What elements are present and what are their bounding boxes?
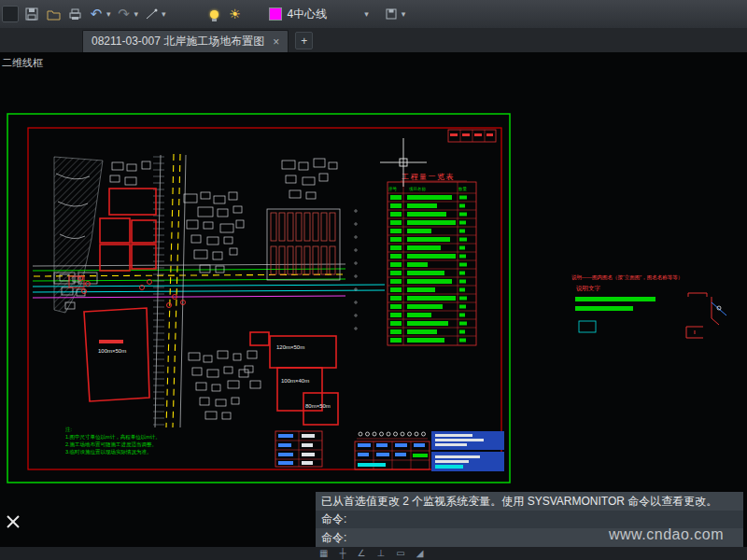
app-menu-icon[interactable] bbox=[2, 6, 19, 22]
yard3-label: 100m×40m bbox=[281, 378, 309, 384]
lightbulb-icon[interactable] bbox=[210, 10, 218, 19]
quantity-table: 工程量一览表 序号 项目名称 数量 bbox=[388, 173, 476, 345]
osnap-icon[interactable]: ▭ bbox=[396, 547, 404, 560]
legend-table bbox=[275, 431, 322, 467]
note-0: 注: bbox=[65, 427, 73, 432]
qty-rows bbox=[388, 193, 476, 343]
side-legend: 说明——图内图名（按“立面图”，图名名称等等） 说明文字 bbox=[571, 274, 726, 338]
undo-dropdown-icon[interactable]: ▾ bbox=[106, 9, 111, 19]
command-history-message: 已从首选值更改 2 个监视系统变量。使用 SYSVARMONITOR 命令以查看… bbox=[316, 492, 743, 511]
qty-header-name: 项目名称 bbox=[409, 187, 427, 191]
quantity-table-title: 工程量一览表 bbox=[402, 173, 455, 181]
drawing-tab[interactable]: 08211-03-007 北岸施工场地布置图 × bbox=[82, 30, 289, 52]
plot-printer-icon[interactable] bbox=[66, 6, 83, 22]
general-notes: 注: 1.图中尺寸单位以m计，高程单位以m计。 2.施工场地布置可随施工进度适当… bbox=[65, 427, 161, 455]
model-space-canvas[interactable]: 二维线框 bbox=[0, 52, 747, 547]
snap-icon[interactable]: ┼ bbox=[339, 547, 345, 560]
layer-color-swatch bbox=[269, 7, 282, 21]
side-note-line1: 说明——图内图名（按“立面图”，图名名称等等） bbox=[571, 274, 683, 281]
status-bar: ▦ ┼ ∠ ⊥ ▭ ◢ bbox=[0, 547, 747, 560]
layer-name: 4中心线 bbox=[288, 7, 328, 22]
save-icon[interactable] bbox=[23, 6, 40, 22]
layer-dropdown-icon[interactable]: ▾ bbox=[364, 9, 369, 19]
grid-icon[interactable]: ▦ bbox=[319, 547, 328, 560]
viewport-control-label[interactable]: 二维线框 bbox=[2, 56, 43, 70]
yard4-label: 80m×50m bbox=[305, 403, 331, 409]
layer-dropdown[interactable]: 4中心线 ▾ bbox=[265, 5, 373, 24]
open-folder-icon[interactable] bbox=[45, 6, 62, 22]
sun-brightness-icon[interactable]: ☀ bbox=[227, 6, 244, 22]
note-1: 1.图中尺寸单位以m计，高程单位以m计。 bbox=[65, 434, 161, 441]
line-tool-icon[interactable] bbox=[143, 6, 160, 22]
signature-dots bbox=[359, 432, 426, 436]
close-x-icon[interactable] bbox=[7, 516, 19, 527]
autocad-window: ↶ ▾ ↷ ▾ ▾ ☀ 4中心线 ▾ ▾ 08211-03-007 北岸施工场地… bbox=[0, 0, 747, 560]
survey-dots bbox=[355, 210, 357, 329]
file-tab-bar: 08211-03-007 北岸施工场地布置图 × + bbox=[0, 28, 747, 52]
drawing-tab-title: 08211-03-007 北岸施工场地布置图 bbox=[92, 34, 264, 49]
redo-icon[interactable]: ↷ bbox=[116, 6, 133, 22]
side-note-line2: 说明文字 bbox=[576, 285, 601, 292]
yard2-label: 120m×50m bbox=[276, 344, 304, 350]
line-tool-dropdown-icon[interactable]: ▾ bbox=[162, 9, 166, 19]
note-3: 3.临时设施位置以现场实际情况为准。 bbox=[65, 449, 152, 455]
save-small-dropdown-icon[interactable]: ▾ bbox=[402, 9, 406, 19]
watermark-text: www.cndao.com bbox=[609, 526, 724, 543]
qty-header-no: 序号 bbox=[388, 187, 398, 191]
qty-header-qty: 数量 bbox=[458, 187, 468, 191]
ortho-icon[interactable]: ⊥ bbox=[377, 547, 386, 560]
save-small-icon[interactable] bbox=[383, 6, 400, 22]
yard1-label: 100m×50m bbox=[98, 348, 126, 354]
polar-icon[interactable]: ∠ bbox=[358, 547, 366, 560]
redo-dropdown-icon[interactable]: ▾ bbox=[134, 9, 139, 19]
dynamic-input-icon[interactable]: ◢ bbox=[416, 547, 424, 560]
embankment-ticks bbox=[153, 157, 164, 425]
title-block bbox=[355, 431, 504, 471]
quick-access-toolbar: ↶ ▾ ↷ ▾ ▾ ☀ 4中心线 ▾ ▾ bbox=[0, 0, 747, 29]
new-tab-button[interactable]: + bbox=[295, 32, 313, 49]
tab-close-icon[interactable]: × bbox=[273, 35, 279, 49]
site-plan-drawing: 100m×50m 120m×50m 100m×40m 80m×50m 工程量一览… bbox=[0, 52, 747, 547]
undo-icon[interactable]: ↶ bbox=[88, 6, 105, 22]
revision-strip bbox=[448, 130, 496, 142]
note-2: 2.施工场地布置可随施工进度适当调整。 bbox=[65, 441, 157, 448]
